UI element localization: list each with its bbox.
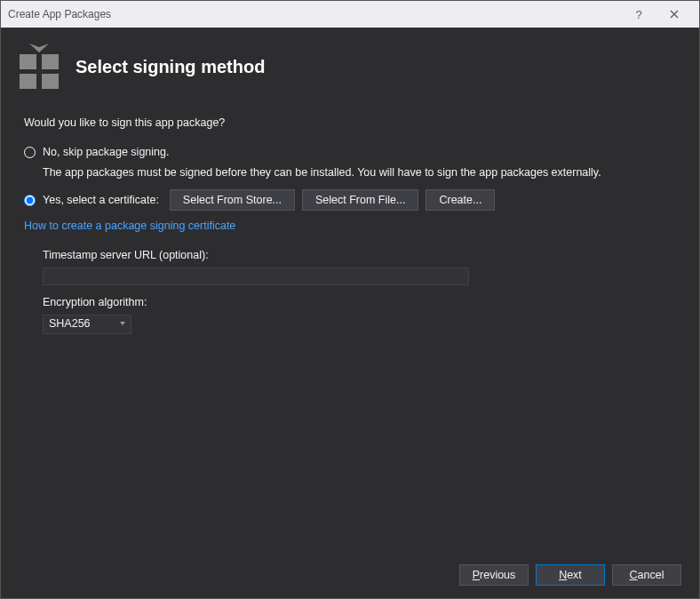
radio-no-label: No, skip package signing. xyxy=(43,144,169,161)
encryption-label: Encryption algorithm: xyxy=(43,294,676,311)
svg-rect-3 xyxy=(20,74,36,89)
package-icon xyxy=(19,44,60,90)
body: Would you like to sign this app package?… xyxy=(1,106,699,343)
encryption-group: Encryption algorithm: SHA256 xyxy=(43,294,676,334)
footer: Previous Next Cancel xyxy=(1,554,699,598)
radio-yes[interactable] xyxy=(24,195,36,206)
close-icon xyxy=(670,10,679,19)
radio-no-subtext: The app packages must be signed before t… xyxy=(43,164,676,181)
radio-yes-row: Yes, select a certificate: Select From S… xyxy=(24,189,676,211)
svg-marker-0 xyxy=(29,44,49,52)
timestamp-group: Timestamp server URL (optional): xyxy=(43,247,676,285)
timestamp-label: Timestamp server URL (optional): xyxy=(43,247,676,264)
previous-button[interactable]: Previous xyxy=(459,564,529,586)
radio-yes-label: Yes, select a certificate: xyxy=(43,192,159,209)
svg-rect-2 xyxy=(42,54,59,69)
radio-no-row[interactable]: No, skip package signing. xyxy=(24,144,676,161)
help-button[interactable]: ? xyxy=(621,2,656,27)
close-button[interactable] xyxy=(656,2,692,27)
help-link[interactable]: How to create a package signing certific… xyxy=(24,220,235,232)
svg-rect-1 xyxy=(20,54,36,69)
chevron-down-icon xyxy=(120,322,125,325)
timestamp-input[interactable] xyxy=(43,268,469,285)
create-button[interactable]: Create... xyxy=(426,189,495,211)
titlebar: Create App Packages ? xyxy=(1,1,699,28)
select-from-store-button[interactable]: Select From Store... xyxy=(170,189,295,211)
window-title: Create App Packages xyxy=(8,8,621,20)
question-text: Would you like to sign this app package? xyxy=(24,115,676,132)
select-from-file-button[interactable]: Select From File... xyxy=(302,189,418,211)
dialog-window: Create App Packages ? Select signing met… xyxy=(0,0,700,599)
page-title: Select signing method xyxy=(76,57,265,77)
content-area: Select signing method Would you like to … xyxy=(1,28,699,598)
encryption-combo[interactable]: SHA256 xyxy=(43,315,131,334)
encryption-value: SHA256 xyxy=(49,315,91,332)
header: Select signing method xyxy=(1,28,699,106)
cancel-button[interactable]: Cancel xyxy=(612,564,681,586)
next-button[interactable]: Next xyxy=(536,564,605,586)
svg-rect-4 xyxy=(42,74,59,89)
radio-no[interactable] xyxy=(24,147,36,158)
